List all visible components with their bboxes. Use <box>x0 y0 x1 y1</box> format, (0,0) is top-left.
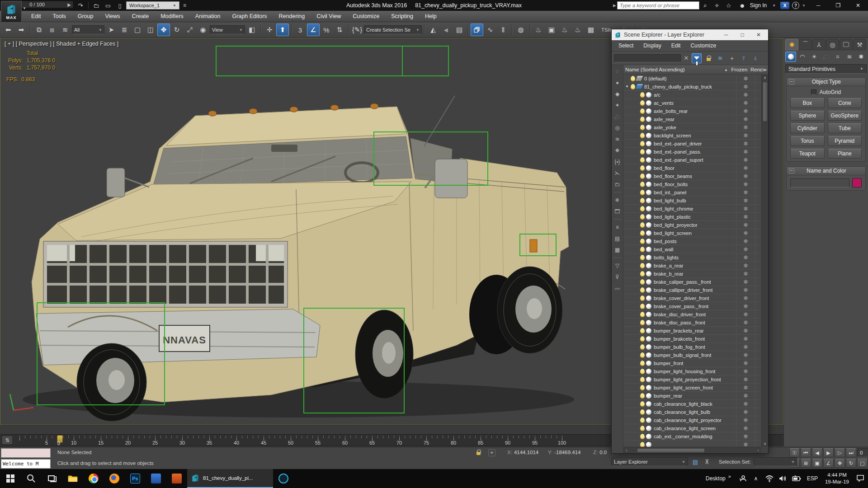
layer-list-item[interactable]: bed_floor <box>623 164 761 172</box>
redo-button[interactable]: ↷ <box>75 1 86 10</box>
hide-toggle-bulb-icon[interactable] <box>631 84 635 89</box>
explorer-type-dropdown[interactable]: Layer Explorer ▼ <box>611 457 688 466</box>
coordinate-y[interactable]: Y: -18469.414 <box>548 450 580 455</box>
rectangular-selection-region-icon[interactable]: ▢ <box>131 23 144 36</box>
render-cell[interactable] <box>755 237 761 245</box>
maxscript-mini-listener-macro[interactable] <box>1 448 51 458</box>
layer-list-item[interactable]: brake_b_rear <box>623 270 761 278</box>
frozen-snowflake-icon[interactable] <box>736 107 755 115</box>
frozen-snowflake-icon[interactable] <box>736 351 755 359</box>
hide-toggle-bulb-icon[interactable] <box>640 279 645 285</box>
object-color-swatch[interactable] <box>852 178 862 188</box>
selection-lock-icon[interactable] <box>476 450 481 455</box>
hide-toggle-bulb-icon[interactable] <box>640 361 645 366</box>
hidden-icons-chevron[interactable]: ∧ <box>749 469 763 488</box>
close-button[interactable]: ✕ <box>848 0 868 11</box>
frozen-snowflake-icon[interactable] <box>736 335 755 343</box>
previous-frame-icon[interactable]: ◀ <box>812 448 822 457</box>
select-by-name-icon[interactable]: ≣ <box>118 23 131 36</box>
layer-list-item[interactable]: axle_yoke <box>623 123 761 131</box>
scroll-left-icon[interactable]: ‹ <box>623 447 630 454</box>
frozen-snowflake-icon[interactable] <box>736 400 755 408</box>
layer-list-item[interactable]: bed_int._panel <box>623 188 761 197</box>
redo-scene-icon[interactable]: ➡ <box>15 23 28 36</box>
primitive-button[interactable]: GeoSphere <box>828 111 862 121</box>
render-cell[interactable] <box>755 302 761 310</box>
frozen-snowflake-icon[interactable] <box>736 123 755 131</box>
maxscript-mini-listener[interactable]: Welcome to M <box>1 459 51 469</box>
field-of-view-icon[interactable]: ∠ <box>823 459 834 468</box>
hide-toggle-bulb-icon[interactable] <box>640 108 645 114</box>
hide-toggle-bulb-icon[interactable] <box>640 165 645 171</box>
hide-toggle-bulb-icon[interactable] <box>640 304 645 309</box>
frozen-snowflake-icon[interactable] <box>736 424 755 432</box>
layer-list-item[interactable]: bed_wall <box>623 245 761 253</box>
display-frozen-icon[interactable]: ❄ <box>613 197 622 204</box>
render-cell[interactable] <box>755 384 761 391</box>
frozen-snowflake-icon[interactable] <box>736 91 755 99</box>
expand-all-icon[interactable]: ≡ <box>613 224 622 231</box>
scene-explorer-menu-item[interactable]: Edit <box>666 42 686 49</box>
render-cell[interactable] <box>755 335 761 343</box>
hide-toggle-bulb-icon[interactable] <box>640 409 645 415</box>
explorer-settings-icon[interactable]: ▤ <box>691 457 700 466</box>
clear-search-icon[interactable]: ✕ <box>683 55 690 61</box>
render-cell[interactable] <box>755 359 761 367</box>
scroll-up-icon[interactable]: ∧ <box>764 75 767 81</box>
column-header-name[interactable]: Name (Sorted Ascending) ▲ <box>623 67 730 72</box>
layer-list-item[interactable]: bed_ext.-panel_driver <box>623 140 761 148</box>
hide-toggle-bulb-icon[interactable] <box>640 352 645 358</box>
search-flyout-arrow-icon[interactable]: ▶ <box>613 3 616 8</box>
frozen-snowflake-icon[interactable] <box>736 416 755 424</box>
layer-list-item[interactable]: brake_calliper_driver_front <box>623 286 761 294</box>
sync-selection-icon[interactable]: 〰 <box>613 285 622 292</box>
edit-named-selection-sets-icon[interactable]: {✎} <box>351 23 363 36</box>
wifi-icon[interactable] <box>763 469 776 488</box>
frozen-snowflake-icon[interactable] <box>736 180 755 188</box>
name-color-rollout-header[interactable]: − Name and Color <box>787 167 865 175</box>
frozen-snowflake-icon[interactable] <box>736 205 755 212</box>
clock[interactable]: 4:44 PM 19-Mar-19 <box>821 472 853 485</box>
frozen-snowflake-icon[interactable] <box>736 286 755 294</box>
frozen-snowflake-icon[interactable] <box>736 156 755 164</box>
primitive-button[interactable]: Plane <box>828 149 862 159</box>
hide-toggle-bulb-icon[interactable] <box>631 76 635 81</box>
display-bones-icon[interactable]: ⋋ <box>613 169 622 177</box>
frozen-snowflake-icon[interactable] <box>736 75 755 82</box>
application-menu-arrow-icon[interactable]: ▼ <box>23 6 26 10</box>
render-cell[interactable] <box>755 213 761 221</box>
layer-list-item[interactable]: bed_light_chrome <box>623 205 761 213</box>
render-cell[interactable] <box>755 83 761 90</box>
tab-modify[interactable]: ⌒ <box>799 39 812 50</box>
menu-item[interactable]: Animation <box>189 11 226 22</box>
display-containers-icon[interactable]: 🗀 <box>613 181 622 188</box>
geometry-category-dropdown[interactable]: Standard Primitives ▼ <box>785 64 867 74</box>
select-and-place-icon[interactable]: ◉ <box>197 23 209 36</box>
layer-list-item[interactable]: cab_clearance_light_bulb <box>623 408 761 416</box>
layer-list-item[interactable]: axle_rear <box>623 115 761 123</box>
filter-funnel-icon[interactable]: ▽ <box>613 262 622 269</box>
vertical-scrollbar[interactable]: ∧ ∨ <box>761 75 768 447</box>
workspace-window-button-1[interactable]: ▭ <box>103 1 113 10</box>
frozen-snowflake-icon[interactable] <box>736 441 755 447</box>
render-cell[interactable] <box>755 91 761 99</box>
render-cell[interactable] <box>755 123 761 131</box>
primitive-button[interactable]: Box <box>790 98 825 108</box>
menu-item[interactable]: Create <box>126 11 155 22</box>
layer-list-item[interactable]: bed_ext.-panel_pass. <box>623 148 761 156</box>
battery-icon[interactable] <box>790 469 803 488</box>
frozen-snowflake-icon[interactable] <box>736 367 755 375</box>
frozen-snowflake-icon[interactable] <box>736 188 755 196</box>
workspace-dropdown[interactable]: Workspace_1 ▼ <box>126 1 179 9</box>
frozen-snowflake-icon[interactable] <box>736 294 755 302</box>
hide-toggle-bulb-icon[interactable] <box>640 214 645 220</box>
hide-toggle-bulb-icon[interactable] <box>640 344 645 350</box>
viewport-label[interactable]: [ + ] [ Perspective ] [ Shaded + Edged F… <box>5 41 118 47</box>
layer-list-item[interactable]: a/c <box>623 91 761 99</box>
display-groups-icon[interactable]: ❖ <box>613 147 622 154</box>
render-cell[interactable] <box>755 245 761 253</box>
select-layer-objects-icon[interactable]: ⫰ <box>750 53 760 63</box>
mirror-icon[interactable]: ◭ <box>427 23 439 36</box>
hide-toggle-bulb-icon[interactable] <box>640 320 645 325</box>
frozen-snowflake-icon[interactable] <box>736 262 755 269</box>
